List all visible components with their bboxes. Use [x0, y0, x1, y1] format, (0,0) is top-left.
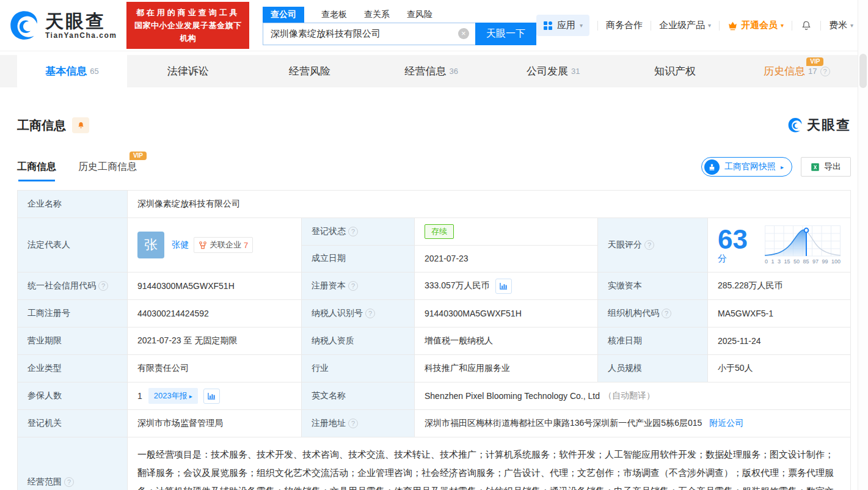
notification-bell-icon[interactable]	[800, 20, 812, 32]
insured-count-value: 1	[137, 391, 142, 401]
label-text: 天眼评分	[608, 240, 642, 250]
company-type-value: 有限责任公司	[128, 355, 302, 382]
insured-trend-icon[interactable]	[203, 389, 220, 404]
help-icon[interactable]: ?	[644, 240, 654, 250]
label-text: 注册地址	[312, 418, 346, 429]
label-text: 纳税人识别号	[312, 308, 363, 319]
reg-number-value: 440300214424592	[128, 300, 302, 327]
tab-operation-info[interactable]: 经营信息 36	[371, 55, 492, 87]
field-label: 法定代表人	[18, 218, 128, 272]
monitor-bell-button[interactable]	[72, 117, 89, 133]
tab-operation-risk[interactable]: 经营风险	[249, 55, 370, 87]
legal-rep-link[interactable]: 张健	[172, 240, 189, 250]
label-text: 登记状态	[312, 226, 346, 237]
help-icon[interactable]: ?	[820, 67, 830, 76]
related-count: 7	[244, 241, 248, 250]
search-tab-boss[interactable]: 查老板	[321, 9, 347, 23]
tab-company-development[interactable]: 公司发展 31	[492, 55, 614, 87]
subtab-history-business-info[interactable]: VIP 历史工商信息	[78, 161, 137, 181]
search-input[interactable]	[263, 23, 475, 45]
field-label: 组织机构代码 ?	[598, 300, 708, 327]
capital-trend-icon[interactable]	[495, 279, 512, 294]
help-icon[interactable]: ?	[348, 227, 358, 236]
table-row-business-scope: 经营范围 ? 一般经营项目是：技术服务、技术开发、技术咨询、技术交流、技术转让、…	[18, 437, 850, 490]
help-icon[interactable]: ?	[348, 419, 358, 428]
section-title: 工商信息	[17, 117, 66, 134]
tab-label: 公司发展	[527, 64, 568, 78]
scrollbar-thumb[interactable]	[859, 54, 867, 88]
subtab-business-info[interactable]: 工商信息	[17, 161, 56, 181]
field-label: 英文名称	[302, 382, 415, 409]
business-info-table: 企业名称 深圳像素绽放科技有限公司 法定代表人 张 张健 关联企业 7	[17, 190, 851, 490]
vip-badge: VIP	[129, 152, 147, 160]
export-button[interactable]: 导出	[801, 157, 851, 177]
network-icon	[199, 241, 207, 249]
field-label: 登记状态 ?	[302, 218, 415, 245]
table-row-insured: 参保人数 1 2023年报 ▸ 英文名称 Shenzhen Pixel Bloo…	[18, 382, 850, 410]
crown-icon	[728, 20, 738, 31]
staff-size-value: 小于50人	[708, 355, 850, 382]
score-value: 63	[718, 224, 748, 254]
org-code-value: MA5GWXF5-1	[708, 300, 850, 327]
label-text: 统一社会信用代码	[27, 280, 96, 291]
search-tab-company[interactable]: 查公司	[263, 7, 304, 23]
subtab-label: 历史工商信息	[78, 161, 137, 172]
field-label: 企业名称	[18, 191, 128, 218]
nav-cooperation[interactable]: 商务合作	[606, 20, 643, 31]
business-scope-value: 一般经营项目是：技术服务、技术开发、技术咨询、技术交流、技术转让、技术推广；计算…	[128, 437, 850, 490]
avatar[interactable]: 张	[137, 232, 164, 258]
search-tab-relation[interactable]: 查关系	[364, 9, 390, 23]
tianyancha-logo[interactable]: 天眼查 TianYanCha.com	[9, 10, 117, 42]
open-vip-button[interactable]: 开通会员 ▾	[728, 20, 784, 31]
related-label: 关联企业	[210, 240, 241, 250]
help-icon[interactable]: ?	[98, 281, 108, 291]
search-tab-risk[interactable]: 查风险	[407, 9, 432, 23]
score-unit: 分	[718, 253, 727, 263]
approval-date-value: 2025-11-24	[708, 327, 850, 354]
help-icon[interactable]: ?	[64, 477, 74, 487]
related-companies-badge[interactable]: 关联企业 7	[194, 237, 253, 253]
auto-translate-note: （自动翻译）	[604, 390, 655, 401]
table-row-company-name: 企业名称 深圳像素绽放科技有限公司	[18, 191, 850, 218]
help-icon[interactable]: ?	[348, 281, 358, 291]
taxpayer-id-value: 91440300MA5GWXF51H	[415, 300, 598, 327]
tab-label: 历史信息	[764, 64, 805, 78]
slogan-line1: 都在用的商业查询工具	[134, 6, 241, 19]
subtabs: 工商信息 VIP 历史工商信息	[17, 161, 137, 181]
establish-date-value: 2021-07-23	[415, 246, 597, 272]
annual-report-badge[interactable]: 2023年报 ▸	[148, 388, 198, 404]
industry-value: 科技推广和应用服务业	[415, 355, 598, 382]
search-button[interactable]: 天眼一下	[475, 23, 536, 45]
top-header: 天眼查 TianYanCha.com 都在用的商业查询工具 国家中小企业发展子基…	[0, 0, 868, 51]
tianyan-score-cell[interactable]: 63分	[708, 218, 850, 272]
watermark-label: 天眼查	[807, 116, 851, 134]
page-scrollbar[interactable]	[858, 0, 868, 490]
stamp-icon	[704, 159, 720, 175]
tab-intellectual-property[interactable]: 知识产权	[614, 55, 735, 87]
clear-icon[interactable]: ×	[458, 28, 469, 39]
help-icon[interactable]: ?	[365, 309, 375, 318]
reg-authority-value: 深圳市市场监督管理局	[128, 410, 302, 437]
tab-legal-litigation[interactable]: 法律诉讼	[127, 55, 249, 87]
taxpayer-quality-value: 增值税一般纳税人	[415, 327, 598, 354]
tab-basic-info[interactable]: 基本信息 65	[17, 55, 127, 87]
help-icon[interactable]: ?	[662, 309, 671, 318]
reg-capital-cell: 333.057万人民币	[415, 272, 598, 299]
arrow-right-icon: ▸	[781, 164, 784, 170]
field-label: 企业类型	[18, 355, 128, 382]
field-label: 统一社会信用代码 ?	[18, 272, 128, 299]
nearby-companies-link[interactable]: 附近公司	[709, 418, 743, 429]
divider	[792, 21, 792, 31]
field-label: 纳税人识别号 ?	[302, 300, 415, 327]
reg-status-cell: 存续	[415, 218, 597, 245]
chevron-down-icon: ▾	[580, 22, 583, 29]
official-snapshot-button[interactable]: 工商官网快照 ▸	[701, 157, 792, 177]
tianyancha-logo-icon	[9, 10, 40, 42]
tab-history-info[interactable]: VIP 历史信息 17 ?	[736, 55, 858, 87]
nav-enterprise-products[interactable]: 企业级产品 ▾	[659, 20, 711, 31]
content: 工商信息 天眼查 工商信息 VIP 历史工商信息 工商官网快照 ▸	[0, 107, 868, 490]
tab-count: 17	[808, 67, 817, 76]
tab-label: 基本信息	[45, 64, 87, 78]
user-menu[interactable]: 费米 ▾	[829, 20, 853, 31]
apps-menu-button[interactable]: 应用 ▾	[536, 15, 589, 36]
